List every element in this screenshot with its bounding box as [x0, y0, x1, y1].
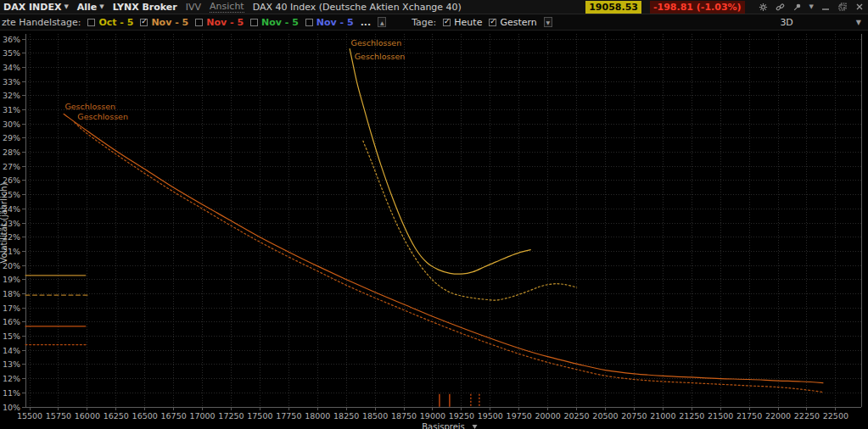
x-tick-label: 20250 [563, 411, 589, 421]
x-tick-label: 18250 [333, 411, 359, 421]
y-tick-label: 17% [3, 304, 20, 313]
y-tick-label: 31% [3, 105, 20, 114]
days-label: Tage: [412, 17, 436, 28]
expiry-label: Nov - 5 [206, 17, 244, 28]
y-tick-label: 12% [3, 374, 20, 383]
checkbox-box[interactable] [250, 19, 258, 26]
x-tick-label: 18750 [391, 411, 417, 421]
checkbox-box[interactable] [140, 19, 148, 26]
x-tick-label: 19250 [449, 411, 474, 421]
series-smile-heute [350, 49, 530, 275]
x-tick-label: 20500 [592, 411, 618, 421]
annotation-geschlossen: Geschlossen [351, 38, 402, 47]
y-tick-label: 11% [3, 388, 20, 398]
checkbox-box[interactable] [489, 19, 496, 26]
series-skew-nov5-gestern [75, 123, 823, 393]
day-checkbox-heute[interactable]: Heute [443, 17, 482, 28]
x-axis-title[interactable]: Basispreis [422, 422, 465, 429]
checkbox-box[interactable] [305, 19, 313, 26]
expiry-list-button[interactable]: ▲ [378, 17, 386, 27]
x-tick-label: 17750 [276, 411, 301, 421]
x-tick-label: 19000 [420, 411, 445, 421]
title-bar: DAX INDEX ▼ Alle ▼ LYNX Broker IVV Ansic… [0, 0, 868, 14]
annotation-geschlossen: Geschlossen [64, 102, 115, 111]
more-expiries-ellipsis: ... [361, 17, 372, 28]
x-tick-label: 19500 [478, 411, 503, 421]
x-tick-label: 20000 [535, 411, 561, 421]
x-tick-label: 20750 [621, 411, 647, 421]
day-label: Heute [454, 17, 482, 28]
symbol-label: DAX INDEX [3, 2, 61, 13]
view-menu[interactable]: Ansicht [210, 1, 244, 13]
y-tick-label: 18% [3, 289, 20, 298]
expiry-checkbox-oct-5[interactable]: Oct - 5 [87, 17, 133, 28]
link-icon[interactable] [776, 2, 786, 12]
y-tick-label: 16% [3, 317, 20, 326]
y-tick-label: 29% [3, 133, 20, 142]
scope-menu[interactable]: Alle ▼ [77, 2, 104, 13]
y-tick-label: 33% [3, 77, 20, 86]
volatility-skew-chart[interactable]: 1550015750160001625016500167501700017250… [0, 31, 868, 429]
pin-menu-caret-icon[interactable]: ▼ [809, 3, 814, 10]
x-tick-label: 15750 [46, 411, 71, 421]
y-tick-label: 35% [3, 48, 20, 58]
x-axis-title-caret-icon[interactable] [473, 425, 478, 429]
day-checkbox-gestern[interactable]: Gestern [489, 17, 536, 28]
x-tick-label: 15500 [17, 411, 42, 421]
view-mode-caret-icon[interactable]: ▼ [856, 19, 861, 26]
x-tick-label: 21750 [736, 411, 762, 421]
expiry-label: Oct - 5 [98, 17, 133, 28]
x-tick-label: 22250 [794, 411, 820, 421]
broker-label: LYNX Broker [113, 2, 177, 13]
chart-canvas[interactable]: 1550015750160001625016500167501700017250… [0, 31, 868, 429]
expiry-label: Nov - 5 [316, 17, 354, 28]
window-controls: ▼ [759, 2, 865, 12]
checkbox-box[interactable] [443, 19, 451, 26]
minimize-icon[interactable] [820, 2, 831, 12]
day-label: Gestern [500, 17, 536, 28]
expiry-checkbox-nov-5-red[interactable]: Nov - 5 [195, 17, 244, 28]
annotation-geschlossen: Geschlossen [77, 112, 128, 121]
y-tick-label: 15% [3, 332, 20, 341]
x-tick-label: 19750 [507, 411, 532, 421]
x-tick-label: 17000 [189, 411, 215, 421]
checkbox-box[interactable] [87, 19, 95, 26]
expiries-label: zte Handelstage: [2, 17, 81, 28]
instrument-description: DAX 40 Index (Deutsche Aktien Xchange 40… [253, 2, 462, 13]
chevron-down-icon: ▼ [64, 3, 68, 10]
x-tick-label: 22000 [765, 411, 791, 421]
expiry-checkbox-nov-5-orange[interactable]: Nov - 5 [140, 17, 188, 28]
y-tick-label: 27% [3, 162, 20, 171]
pin-icon[interactable] [792, 2, 803, 12]
series-skew-nov5-heute [64, 114, 823, 383]
x-tick-label: 16250 [104, 411, 129, 421]
price-change-badge: -198.81 (-1.03%) [650, 1, 745, 14]
days-list-button[interactable]: ▼ [544, 17, 552, 27]
filter-toolbar: zte Handelstage: Oct - 5 Nov - 5 Nov - 5… [0, 14, 868, 31]
expiry-checkbox-nov-5-blue[interactable]: Nov - 5 [305, 17, 354, 28]
last-price-badge: 19058.53 [585, 1, 641, 14]
expiry-label: Nov - 5 [151, 17, 188, 28]
scope-label: Alle [77, 2, 98, 13]
grid [25, 34, 861, 407]
x-tick-label: 18500 [362, 411, 388, 421]
x-tick-label: 16000 [75, 411, 100, 421]
symbol-menu[interactable]: DAX INDEX ▼ [3, 2, 69, 13]
x-tick-label: 18000 [305, 411, 330, 421]
y-axis-title: Volatilität (jährlich) [0, 182, 8, 263]
y-tick-label: 10% [3, 403, 20, 412]
close-icon[interactable] [854, 2, 865, 12]
expiry-checkbox-nov-5-green[interactable]: Nov - 5 [250, 17, 299, 28]
tool-label: IVV [186, 2, 201, 13]
series-smile-gestern [363, 141, 577, 300]
y-tick-label: 19% [3, 275, 20, 284]
x-tick-label: 16750 [161, 411, 187, 421]
tick-labels: 1550015750160001625016500167501700017250… [3, 35, 848, 421]
axes [22, 34, 861, 410]
checkbox-box[interactable] [195, 19, 203, 26]
restore-icon[interactable] [837, 2, 848, 12]
gear-icon[interactable] [759, 2, 769, 12]
expiry-label: Nov - 5 [261, 17, 299, 28]
view-mode-value[interactable]: 3D [780, 17, 792, 28]
x-tick-label: 21250 [679, 411, 704, 421]
